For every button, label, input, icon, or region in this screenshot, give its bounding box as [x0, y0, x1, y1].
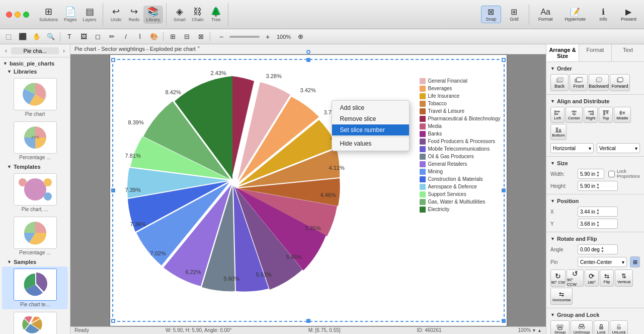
- height-arrows[interactable]: ▲ ▼: [596, 182, 600, 189]
- align-middle-button[interactable]: Middle: [614, 107, 631, 123]
- section-position-header[interactable]: ▼ Position: [546, 196, 644, 206]
- vertical-dropdown[interactable]: Vertical ▾: [597, 143, 640, 153]
- y-input[interactable]: 3.68 in ▲ ▼: [578, 219, 618, 229]
- ctx-set-slice-number[interactable]: Set slice number: [332, 124, 409, 136]
- ungroup-button[interactable]: UnGroup: [571, 320, 593, 334]
- height-input[interactable]: 5.90 in ▲ ▼: [578, 181, 618, 191]
- back-button[interactable]: Back: [550, 74, 569, 91]
- hypernote-button[interactable]: 📝 Hypernote: [560, 6, 590, 23]
- y-arrows[interactable]: ▲ ▼: [596, 220, 600, 227]
- pin-extra-btn[interactable]: ⊞: [630, 256, 640, 268]
- rot180-button[interactable]: ⟳ 180°: [585, 270, 599, 287]
- vertical-flip-button[interactable]: ⇅ Vertical: [615, 270, 633, 287]
- thumb-pie-chart-4[interactable]: Percentage ...: [2, 215, 68, 257]
- image-tool[interactable]: 🖼: [77, 31, 90, 42]
- angle-down[interactable]: ▼: [601, 249, 604, 253]
- group-button[interactable]: Group: [550, 320, 570, 334]
- fill-tool[interactable]: 🎨: [147, 31, 160, 42]
- height-down[interactable]: ▼: [596, 186, 600, 189]
- thumb-pie-chart-1[interactable]: Pie chart: [2, 76, 68, 119]
- text-tool[interactable]: T: [63, 31, 76, 42]
- ctx-hide-values[interactable]: Hide values: [332, 138, 409, 149]
- y-down[interactable]: ▼: [596, 224, 600, 227]
- zoom-stepper-up[interactable]: ▲: [537, 328, 542, 333]
- tab-format[interactable]: Format: [579, 44, 612, 61]
- x-arrows[interactable]: ▲ ▼: [596, 208, 600, 215]
- align-right-button[interactable]: Right: [584, 107, 598, 123]
- library-button[interactable]: 📚 Library: [143, 6, 164, 24]
- layers-button[interactable]: ▤ Layers: [80, 6, 100, 24]
- ctx-add-slice[interactable]: Add slice: [332, 102, 409, 113]
- lock-button[interactable]: Lock: [594, 320, 609, 334]
- pen-tool[interactable]: ✏: [105, 31, 118, 42]
- arrange-tool[interactable]: ⊞: [166, 31, 179, 42]
- minimize-button[interactable]: [15, 12, 21, 18]
- section-header-templates[interactable]: ▼ Templates: [0, 163, 70, 171]
- y-up[interactable]: ▲: [596, 220, 600, 224]
- solutions-button[interactable]: ⊞ Solutions: [36, 6, 61, 24]
- forward-button[interactable]: Forward: [610, 74, 630, 91]
- section-header-libs[interactable]: ▼ Libraries: [0, 68, 70, 76]
- canvas-content[interactable]: 2.43% 3.28% 3.42% 3.79% 4.07% 4.11% 4.46…: [70, 54, 546, 326]
- pin-dropdown[interactable]: Center-Center ▾: [578, 257, 627, 267]
- align-center-button[interactable]: Center: [566, 107, 583, 123]
- align-bottom-button[interactable]: Bottom: [550, 124, 567, 140]
- tree-button[interactable]: 🌲 Tree: [207, 6, 225, 24]
- rot90ccw-button[interactable]: ↺ 90° CCW: [567, 270, 584, 287]
- rot90cw-button[interactable]: ↻ 90° CW: [550, 270, 566, 287]
- section-size-header[interactable]: ▼ Size: [546, 159, 644, 168]
- width-arrows[interactable]: ▲ ▼: [596, 170, 600, 177]
- fit-btn[interactable]: ⊕: [294, 31, 307, 42]
- hand-tool[interactable]: ✋: [30, 31, 43, 42]
- undo-button[interactable]: ↩ Undo: [107, 6, 125, 24]
- angle-arrows[interactable]: ▲ ▼: [601, 246, 604, 253]
- horizontal-dropdown[interactable]: Horizontal ▾: [550, 143, 594, 153]
- zoom-out-btn[interactable]: −: [215, 31, 228, 42]
- smart-button[interactable]: ◈ Smart: [171, 6, 189, 24]
- section-header-basic[interactable]: ▼ basic_pie_charts: [0, 59, 70, 68]
- close-button[interactable]: [6, 12, 12, 18]
- angle-input[interactable]: 0.00 deg ▲ ▼: [578, 244, 618, 254]
- section-order-header[interactable]: ▼ Order: [546, 64, 644, 73]
- align-left-button[interactable]: Left: [550, 107, 565, 123]
- lock-proportions-check[interactable]: Lock Proportions: [608, 169, 640, 179]
- zoom-slider[interactable]: [229, 36, 260, 38]
- front-button[interactable]: Front: [570, 74, 588, 91]
- x-down[interactable]: ▼: [596, 212, 600, 215]
- select-tool[interactable]: ⬚: [2, 31, 15, 42]
- format-button[interactable]: Aa Format: [534, 6, 557, 23]
- unlock-button[interactable]: UnLock: [610, 320, 628, 334]
- x-input[interactable]: 3.44 in ▲ ▼: [578, 207, 618, 217]
- width-down[interactable]: ▼: [596, 174, 600, 177]
- zoom-stepper-down[interactable]: ▼: [532, 328, 536, 333]
- redo-button[interactable]: ↪ Redo: [125, 6, 143, 24]
- pages-button[interactable]: 📄 Pages: [61, 6, 80, 24]
- thumb-pie-chart-3[interactable]: Pie chart, ...: [2, 171, 68, 214]
- line-tool[interactable]: /: [119, 31, 132, 42]
- present-button[interactable]: ▶ Present: [616, 6, 641, 23]
- flip-button[interactable]: ⇆ Flip: [600, 270, 614, 287]
- section-align-header[interactable]: ▼ Align and Distribute: [546, 97, 644, 106]
- tab-arrange-size[interactable]: Arrange & Size: [546, 44, 579, 61]
- nav-forward-btn[interactable]: ›: [60, 46, 68, 55]
- grid-button[interactable]: ⊞ Grid: [504, 6, 524, 23]
- x-up[interactable]: ▲: [596, 208, 600, 212]
- horizontal-flip-button[interactable]: ⇆ Horizontal: [550, 288, 573, 305]
- shape-tool[interactable]: ◻: [91, 31, 104, 42]
- page-tab[interactable]: Pie cha...: [11, 47, 59, 54]
- zoom-tool[interactable]: 🔍: [44, 31, 57, 42]
- snap-button[interactable]: ⊠ Snap: [481, 6, 501, 23]
- width-input[interactable]: 5.90 in ▲ ▼: [578, 169, 604, 179]
- thumb-pie-chart-2[interactable]: 25% Percentage ...: [2, 119, 68, 162]
- lock-proportions-checkbox[interactable]: [608, 171, 615, 177]
- section-grouplock-header[interactable]: ▼ Group and Lock: [546, 310, 644, 319]
- maximize-button[interactable]: [23, 12, 29, 18]
- align-top-button[interactable]: Top: [599, 107, 613, 123]
- section-header-samples[interactable]: ▼ Samples: [0, 258, 70, 266]
- backward-button[interactable]: Backward: [589, 74, 609, 91]
- width-up[interactable]: ▲: [596, 170, 600, 174]
- section-rotate-header[interactable]: ▼ Rotate and Flip: [546, 234, 644, 243]
- pointer-tool[interactable]: ⬛: [16, 31, 29, 42]
- height-up[interactable]: ▲: [596, 182, 600, 186]
- tab-text[interactable]: Text: [612, 44, 644, 61]
